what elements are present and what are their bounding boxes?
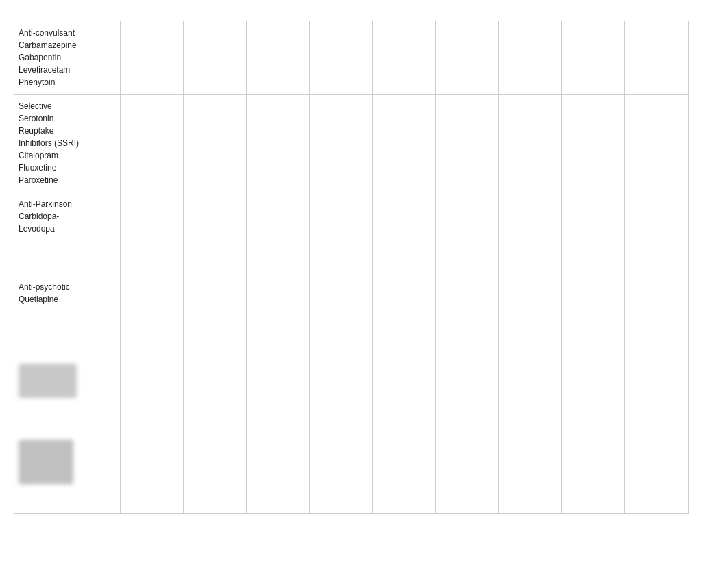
row-ssri: Selective Serotonin Reuptake Inhibitors … (14, 95, 688, 192)
table-container: Anti-convulsant Carbamazepine Gabapentin… (14, 21, 689, 514)
data-cell (310, 275, 373, 358)
data-cell (247, 358, 310, 434)
data-cell (373, 21, 436, 94)
data-cell (562, 21, 625, 94)
data-cell (625, 95, 688, 192)
data-cell (184, 95, 247, 192)
data-cell (625, 434, 688, 513)
data-cell (436, 95, 499, 192)
data-cell (562, 275, 625, 358)
data-cell (499, 434, 562, 513)
data-cell (499, 21, 562, 94)
data-cell (121, 434, 184, 513)
data-cell (247, 275, 310, 358)
data-cell (184, 192, 247, 275)
row-antiparkinson: Anti-Parkinson Carbidopa- Levodopa (14, 192, 688, 275)
data-cell (373, 95, 436, 192)
data-cell (121, 21, 184, 94)
data-cell (499, 192, 562, 275)
data-cell (625, 21, 688, 94)
data-cell (310, 192, 373, 275)
data-cell (436, 434, 499, 513)
data-cell (562, 434, 625, 513)
data-cell (247, 192, 310, 275)
data-cell (625, 192, 688, 275)
row-blurred-1 (14, 358, 688, 434)
row-label-blurred-2 (14, 434, 121, 513)
data-cell (184, 275, 247, 358)
data-cell (373, 275, 436, 358)
data-cell (562, 95, 625, 192)
data-cell (310, 21, 373, 94)
data-cell (247, 95, 310, 192)
data-cell (436, 358, 499, 434)
data-cell (373, 434, 436, 513)
data-cell (625, 358, 688, 434)
data-cell (310, 358, 373, 434)
data-cell (184, 434, 247, 513)
row-label-ssri: Selective Serotonin Reuptake Inhibitors … (14, 95, 121, 192)
main-content: Anti-convulsant Carbamazepine Gabapentin… (0, 0, 728, 534)
data-cell (373, 358, 436, 434)
data-cell (184, 358, 247, 434)
row-label-blurred-1 (14, 358, 121, 434)
row-anticonvulsant: Anti-convulsant Carbamazepine Gabapentin… (14, 21, 688, 95)
data-cell (499, 358, 562, 434)
data-cell (121, 95, 184, 192)
data-cell (436, 21, 499, 94)
data-cell (436, 275, 499, 358)
data-cell (436, 192, 499, 275)
row-antipsychotic: Anti-psychotic Quetiapine (14, 275, 688, 358)
data-cell (247, 434, 310, 513)
row-blurred-2 (14, 434, 688, 513)
data-cell (310, 434, 373, 513)
data-cell (184, 21, 247, 94)
data-cell (562, 358, 625, 434)
blurred-text-1 (19, 364, 77, 398)
row-label-anticonvulsant: Anti-convulsant Carbamazepine Gabapentin… (14, 21, 121, 94)
row-label-antiparkinson: Anti-Parkinson Carbidopa- Levodopa (14, 192, 121, 275)
data-cell (499, 275, 562, 358)
row-label-antipsychotic: Anti-psychotic Quetiapine (14, 275, 121, 358)
data-cell (121, 275, 184, 358)
data-cell (625, 275, 688, 358)
blurred-text-2 (19, 440, 73, 484)
data-cell (247, 21, 310, 94)
data-cell (121, 358, 184, 434)
data-cell (562, 192, 625, 275)
data-cell (373, 192, 436, 275)
data-cell (121, 192, 184, 275)
data-cell (499, 95, 562, 192)
data-cell (310, 95, 373, 192)
